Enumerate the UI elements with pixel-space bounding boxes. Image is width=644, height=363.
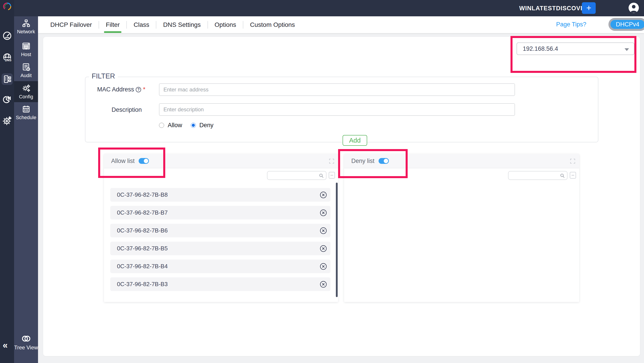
tab-separator bbox=[98, 21, 99, 29]
allow-list-search-input[interactable] bbox=[268, 171, 326, 179]
tab-custom-options[interactable]: Custom Options bbox=[250, 21, 295, 28]
deny-list-search-input[interactable] bbox=[508, 171, 567, 179]
tab-class[interactable]: Class bbox=[134, 21, 149, 28]
brand-logo bbox=[2, 1, 12, 11]
mac-address-label: MAC Address ? * bbox=[86, 86, 145, 93]
mac-address-value: 0C-37-96-82-7B-B3 bbox=[117, 281, 168, 288]
mac-address-value: 0C-37-96-82-7B-B5 bbox=[117, 245, 168, 252]
account-name: WINLATESTDISCOVER bbox=[519, 5, 590, 12]
sidebar-item-audit[interactable]: Audit bbox=[14, 63, 38, 78]
tab-separator bbox=[243, 21, 243, 29]
host-icon bbox=[22, 41, 31, 50]
remove-item-icon[interactable] bbox=[319, 245, 327, 253]
scrollbar[interactable] bbox=[336, 183, 338, 297]
allow-list-title: Allow list bbox=[111, 158, 134, 165]
admin-wrench-icon[interactable] bbox=[2, 116, 12, 126]
remove-item-icon[interactable] bbox=[319, 280, 327, 288]
remove-item-icon[interactable] bbox=[319, 209, 327, 217]
list-item: 0C-37-96-82-7B-B5 bbox=[110, 242, 330, 255]
add-filter-button[interactable]: Add bbox=[342, 135, 367, 146]
allow-deny-radio-group: Allow Deny bbox=[159, 122, 214, 129]
tab-separator bbox=[126, 21, 127, 29]
allow-list-panel: Allow list 0C-37-96-82-7B-B8 bbox=[104, 154, 338, 302]
tab-dhcp-failover[interactable]: DHCP Failover bbox=[50, 21, 92, 28]
tab-filter[interactable]: Filter bbox=[106, 21, 120, 28]
collapse-all-icon[interactable] bbox=[570, 172, 576, 179]
tab-dns-settings[interactable]: DNS Settings bbox=[163, 21, 200, 28]
remove-item-icon[interactable] bbox=[319, 262, 327, 271]
filter-legend: FILTER bbox=[89, 72, 118, 80]
required-marker: * bbox=[143, 86, 145, 93]
sidebar-item-label: Config bbox=[19, 94, 33, 100]
expand-icon[interactable] bbox=[570, 158, 576, 165]
schedule-icon bbox=[22, 105, 31, 114]
list-item: 0C-37-96-82-7B-B4 bbox=[110, 260, 330, 273]
page-tips-link[interactable]: Page Tips? bbox=[556, 21, 586, 28]
allow-list-items: 0C-37-96-82-7B-B8 0C-37-96-82-7B-B7 0C bbox=[104, 181, 338, 295]
deny-radio-label: Deny bbox=[200, 122, 214, 129]
deny-list-search[interactable] bbox=[508, 171, 568, 180]
remove-item-icon[interactable] bbox=[319, 191, 327, 199]
deny-radio[interactable] bbox=[191, 123, 196, 128]
dashboard-gauge-icon[interactable] bbox=[2, 31, 12, 41]
tab-separator bbox=[156, 21, 156, 29]
sidebar-item-label: Host bbox=[14, 52, 38, 57]
list-item: 0C-37-96-82-7B-B6 bbox=[110, 224, 330, 237]
sidebar-item-host[interactable]: Host bbox=[14, 41, 38, 57]
deny-list-panel: Deny list bbox=[344, 154, 579, 302]
search-icon bbox=[318, 173, 324, 179]
mac-address-value: 0C-37-96-82-7B-B8 bbox=[117, 191, 168, 198]
chevron-down-icon bbox=[624, 48, 629, 51]
mac-address-value: 0C-37-96-82-7B-B7 bbox=[117, 209, 168, 216]
expand-icon[interactable] bbox=[329, 158, 334, 165]
reports-pie-icon[interactable] bbox=[2, 94, 12, 104]
allow-radio-label: Allow bbox=[168, 122, 182, 129]
mac-address-value: 0C-37-96-82-7B-B6 bbox=[117, 227, 168, 234]
dns-globe-icon[interactable]: DNS bbox=[2, 53, 12, 63]
description-input[interactable] bbox=[159, 103, 515, 116]
mac-address-input[interactable] bbox=[159, 83, 515, 96]
sidebar-item-tree-view[interactable]: Tree View bbox=[14, 335, 38, 351]
sidebar-item-config[interactable]: Config bbox=[14, 81, 38, 102]
network-icon bbox=[22, 19, 31, 28]
tab-separator bbox=[208, 21, 208, 29]
allow-list-header: Allow list bbox=[104, 154, 338, 168]
tab-bar: DHCP Failover Filter Class DNS Settings … bbox=[38, 16, 644, 33]
list-item: 0C-37-96-82-7B-B3 bbox=[110, 277, 330, 291]
add-global-button[interactable]: + bbox=[582, 2, 596, 14]
collapse-sidebar-icon[interactable]: « bbox=[3, 341, 8, 350]
tree-view-icon bbox=[21, 335, 31, 343]
sidebar-item-network[interactable]: Network bbox=[14, 19, 38, 35]
config-gears-icon bbox=[22, 84, 31, 93]
list-item: 0C-37-96-82-7B-B7 bbox=[110, 206, 330, 220]
tab-options[interactable]: Options bbox=[215, 21, 236, 28]
protocol-badge[interactable]: DHCPv4 bbox=[610, 20, 644, 29]
search-icon bbox=[560, 173, 565, 179]
server-select-value: 192.168.56.4 bbox=[523, 45, 558, 52]
sidebar-item-schedule[interactable]: Schedule bbox=[14, 105, 38, 120]
deny-list-header: Deny list bbox=[344, 154, 579, 168]
filter-fieldset: FILTER MAC Address ? * Description Allow… bbox=[85, 77, 598, 142]
remove-item-icon[interactable] bbox=[319, 227, 327, 235]
audit-icon bbox=[22, 63, 31, 71]
sidebar-item-label: Audit bbox=[14, 73, 38, 78]
description-label: Description bbox=[86, 106, 142, 113]
allow-radio[interactable] bbox=[159, 123, 164, 128]
svg-text:DNS: DNS bbox=[5, 58, 12, 62]
allow-list-toggle[interactable] bbox=[139, 158, 149, 164]
user-avatar-icon[interactable] bbox=[628, 2, 639, 14]
sidebar-item-label: Schedule bbox=[14, 115, 38, 120]
server-select-dropdown[interactable]: 192.168.56.4 bbox=[516, 42, 634, 55]
deny-list-title: Deny list bbox=[351, 158, 374, 165]
allow-list-search[interactable] bbox=[267, 171, 326, 180]
mac-address-value: 0C-37-96-82-7B-B4 bbox=[117, 263, 168, 270]
tree-view-label: Tree View bbox=[14, 345, 38, 351]
ipam-tree-icon[interactable] bbox=[3, 74, 12, 84]
collapse-all-icon[interactable] bbox=[329, 172, 335, 179]
help-icon[interactable]: ? bbox=[136, 87, 141, 92]
list-item: 0C-37-96-82-7B-B8 bbox=[110, 188, 330, 202]
deny-list-items bbox=[344, 181, 579, 188]
deny-list-toggle[interactable] bbox=[378, 158, 389, 164]
sidebar-item-label: Network bbox=[14, 29, 38, 35]
